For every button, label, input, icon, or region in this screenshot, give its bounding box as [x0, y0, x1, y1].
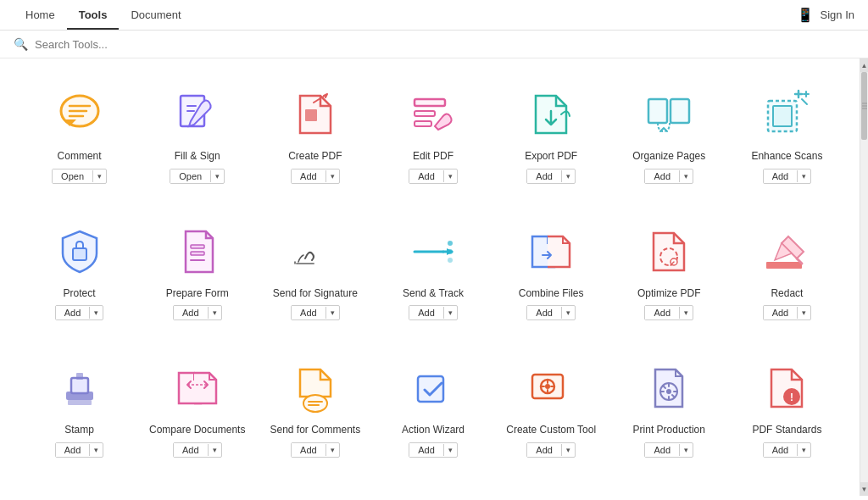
tool-optimize-pdf-add-btn[interactable]: Add	[645, 306, 679, 319]
nav-tab-tools[interactable]: Tools	[67, 2, 120, 30]
nav-tab-home[interactable]: Home	[14, 2, 67, 30]
tool-optimize-pdf-label: Optimize PDF	[637, 287, 701, 301]
tool-export-pdf-add-btn[interactable]: Add	[527, 169, 561, 183]
tool-create-custom-tool: Create Custom Tool Add ▾	[492, 349, 610, 466]
tool-organize-pages-arrow-btn[interactable]: ▾	[679, 170, 693, 182]
tool-create-pdf-label: Create PDF	[288, 150, 342, 164]
scrollbar-up-btn[interactable]: ▲	[860, 58, 868, 72]
tool-fill-sign: Fill & Sign Open ▾	[138, 75, 256, 192]
nav-tab-document[interactable]: Document	[119, 2, 192, 30]
tool-action-wizard-label: Action Wizard	[402, 424, 465, 437]
grip-line-2	[862, 106, 867, 107]
print-production-icon	[638, 358, 699, 419]
tool-prepare-form-label: Prepare Form	[166, 287, 229, 301]
tool-stamp-add-btn[interactable]: Add	[56, 443, 90, 457]
tool-comment-arrow-btn[interactable]: ▾	[92, 170, 106, 182]
search-bar: 🔍	[0, 31, 868, 58]
tool-send-signature-add-btn[interactable]: Add	[292, 306, 326, 319]
tool-fill-sign-open-btn[interactable]: Open	[170, 169, 210, 183]
tool-print-production: Print Production Add ▾	[610, 349, 728, 466]
tool-prepare-form-arrow-btn[interactable]: ▾	[208, 307, 221, 319]
tool-combine-files-arrow-btn[interactable]: ▾	[561, 307, 575, 319]
tool-print-production-arrow-btn[interactable]: ▾	[679, 444, 693, 456]
tool-redact-btn-group: Add ▾	[763, 305, 812, 320]
compare-documents-icon	[167, 358, 228, 419]
tool-comment-btn-group: Open ▾	[52, 169, 107, 184]
tool-export-pdf: Export PDF Add ▾	[492, 75, 610, 192]
tool-create-pdf-add-btn[interactable]: Add	[292, 169, 326, 183]
tool-create-custom-tool-add-btn[interactable]: Add	[527, 443, 561, 457]
action-wizard-icon	[403, 358, 464, 419]
sign-in-area: 📱 Sign In	[797, 7, 854, 23]
scrollbar-thumb-area[interactable]	[860, 72, 868, 482]
tool-organize-pages-label: Organize Pages	[632, 150, 705, 164]
tool-print-production-btn-group: Add ▾	[644, 442, 693, 458]
tool-redact-add-btn[interactable]: Add	[764, 306, 798, 319]
redact-icon	[756, 221, 817, 282]
tool-action-wizard-arrow-btn[interactable]: ▾	[443, 444, 457, 456]
tool-compare-documents-btn-group: Add ▾	[173, 442, 222, 458]
tool-send-track-add-btn[interactable]: Add	[409, 306, 443, 319]
scrollbar: ▲ ▼	[860, 58, 868, 496]
tool-organize-pages-btn-group: Add ▾	[644, 169, 693, 184]
top-nav: Home Tools Document 📱 Sign In	[0, 0, 868, 31]
svg-point-47	[545, 384, 550, 389]
scrollbar-down-btn[interactable]: ▼	[860, 482, 868, 496]
tool-comment-open-btn[interactable]: Open	[53, 169, 92, 183]
tool-fill-sign-arrow-btn[interactable]: ▾	[210, 170, 224, 182]
tool-create-custom-tool-arrow-btn[interactable]: ▾	[561, 444, 575, 456]
tool-action-wizard-btn-group: Add ▾	[409, 442, 458, 458]
tool-combine-files-add-btn[interactable]: Add	[527, 306, 561, 319]
tool-send-comments-arrow-btn[interactable]: ▾	[326, 444, 339, 456]
export-pdf-icon	[520, 84, 581, 145]
tool-pdf-standards-add-btn[interactable]: Add	[764, 443, 798, 457]
tool-edit-pdf-arrow-btn[interactable]: ▾	[443, 170, 457, 182]
send-signature-icon	[285, 221, 346, 282]
tool-prepare-form-add-btn[interactable]: Add	[174, 306, 208, 319]
tool-compare-documents-label: Compare Documents	[149, 424, 245, 437]
partial-1-icon	[49, 495, 110, 496]
tool-send-comments-add-btn[interactable]: Add	[292, 443, 326, 457]
tool-send-comments-btn-group: Add ▾	[291, 442, 340, 458]
tool-pdf-standards-label: PDF Standards	[752, 424, 821, 437]
partial-5-icon	[520, 495, 581, 496]
tool-send-track-arrow-btn[interactable]: ▾	[443, 307, 457, 319]
stamp-icon	[49, 358, 110, 419]
search-input[interactable]	[35, 38, 204, 51]
tool-organize-pages-add-btn[interactable]: Add	[645, 169, 679, 183]
tool-protect-arrow-btn[interactable]: ▾	[89, 307, 103, 319]
comment-icon	[49, 84, 110, 145]
tool-action-wizard-add-btn[interactable]: Add	[409, 443, 443, 457]
tool-send-comments: Send for Comments Add ▾	[256, 349, 374, 466]
tool-optimize-pdf-arrow-btn[interactable]: ▾	[679, 307, 693, 319]
tool-compare-documents-arrow-btn[interactable]: ▾	[208, 444, 221, 456]
tool-stamp-arrow-btn[interactable]: ▾	[89, 444, 103, 456]
tool-compare-documents-add-btn[interactable]: Add	[174, 443, 208, 457]
svg-text:!: !	[790, 392, 793, 403]
tool-enhance-scans-arrow-btn[interactable]: ▾	[797, 170, 810, 182]
tool-send-signature-arrow-btn[interactable]: ▾	[326, 307, 339, 319]
scrollbar-thumb[interactable]	[861, 72, 867, 140]
tool-send-track-btn-group: Add ▾	[409, 305, 458, 320]
sign-in-button[interactable]: Sign In	[821, 8, 854, 21]
tool-create-pdf-arrow-btn[interactable]: ▾	[326, 170, 339, 182]
tool-enhance-scans-add-btn[interactable]: Add	[764, 169, 798, 183]
tool-print-production-add-btn[interactable]: Add	[645, 443, 679, 457]
svg-rect-13	[670, 99, 689, 123]
tool-partial-2	[138, 486, 256, 496]
optimize-pdf-icon	[638, 221, 699, 282]
tool-enhance-scans-btn-group: Add ▾	[763, 169, 812, 184]
tool-edit-pdf: Edit PDF Add ▾	[374, 75, 492, 192]
tool-organize-pages: Organize Pages Add ▾	[610, 75, 728, 192]
tool-edit-pdf-add-btn[interactable]: Add	[409, 169, 443, 183]
tool-optimize-pdf: Optimize PDF Add ▾	[610, 213, 728, 330]
tools-row-1: Comment Open ▾ Fill & Sign	[20, 75, 846, 192]
tool-protect-add-btn[interactable]: Add	[56, 306, 90, 319]
tool-export-pdf-arrow-btn[interactable]: ▾	[561, 170, 575, 182]
tool-action-wizard: Action Wizard Add ▾	[374, 349, 492, 466]
tool-pdf-standards-arrow-btn[interactable]: ▾	[797, 444, 810, 456]
svg-rect-9	[415, 99, 445, 106]
tool-create-custom-tool-label: Create Custom Tool	[506, 424, 596, 437]
tool-redact-arrow-btn[interactable]: ▾	[797, 307, 810, 319]
tool-send-track-label: Send & Track	[403, 287, 464, 301]
